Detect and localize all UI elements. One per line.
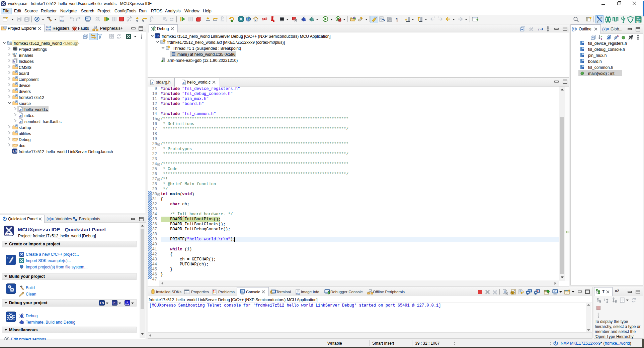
- svg-text:.c: .c: [19, 108, 22, 111]
- svg-text:010: 010: [296, 293, 300, 295]
- svg-text:P·: P·: [113, 301, 116, 305]
- svg-text:LS: LS: [13, 149, 17, 153]
- svg-text:LS: LS: [156, 34, 160, 38]
- svg-text:.c: .c: [19, 120, 22, 123]
- svg-text:S: S: [10, 43, 12, 45]
- svg-text:0101: 0101: [636, 21, 641, 23]
- svg-text:h: h: [13, 60, 15, 63]
- svg-text:LS: LS: [100, 301, 104, 305]
- svg-text:.c: .c: [151, 81, 153, 85]
- svg-text:Link: Link: [125, 303, 129, 305]
- svg-text:z: z: [601, 37, 602, 40]
- svg-text:>-: >-: [7, 256, 10, 259]
- svg-text:1010: 1010: [46, 26, 51, 29]
- svg-text:010: 010: [60, 19, 64, 22]
- svg-text:.c: .c: [19, 114, 22, 117]
- svg-text:IDE: IDE: [6, 234, 10, 236]
- svg-text:C: C: [10, 40, 12, 43]
- svg-text:0101: 0101: [46, 29, 51, 31]
- svg-text:.c: .c: [182, 81, 185, 85]
- svg-text:i: i: [538, 27, 540, 31]
- svg-text:01: 01: [13, 55, 17, 57]
